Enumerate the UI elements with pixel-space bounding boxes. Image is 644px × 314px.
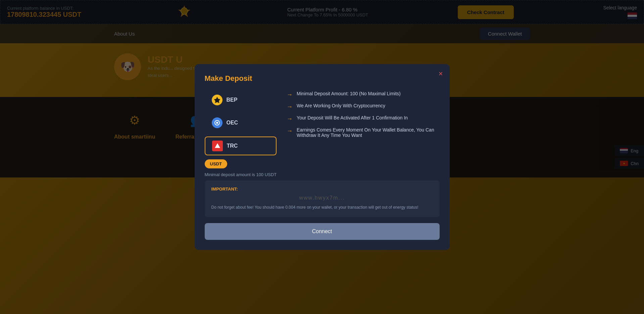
- modal-title: Make Deposit: [205, 74, 440, 83]
- make-deposit-modal: × Make Deposit BEP: [195, 64, 450, 250]
- trc-icon: [212, 141, 223, 151]
- info-row-2: → We Are Working Only With Cryptocurrenc…: [287, 103, 439, 110]
- trc-label: TRC: [227, 143, 238, 149]
- arrow-icon-1: →: [287, 91, 293, 98]
- info-text-3: Your Deposit Will Be Activated After 1 C…: [297, 115, 408, 120]
- network-options: BEP OEC: [205, 91, 277, 155]
- bep-label: BEP: [227, 97, 238, 103]
- svg-marker-7: [214, 97, 220, 103]
- svg-marker-10: [215, 143, 220, 148]
- oec-icon: [212, 117, 222, 128]
- svg-point-9: [216, 122, 218, 124]
- oec-network-btn[interactable]: OEC: [205, 114, 277, 132]
- arrow-icon-2: →: [287, 103, 293, 110]
- watermark-text: www.hwyx7m...: [211, 195, 433, 201]
- modal-body: BEP OEC: [205, 91, 440, 177]
- important-label: IMPORTANT:: [211, 187, 433, 192]
- trc-network-btn[interactable]: TRC: [205, 137, 277, 155]
- info-row-3: → Your Deposit Will Be Activated After 1…: [287, 115, 439, 122]
- bep-icon: [212, 95, 222, 105]
- oec-label: OEC: [227, 120, 238, 126]
- info-text-2: We Are Working Only With Cryptocurrency: [297, 103, 385, 108]
- bep-network-btn[interactable]: BEP: [205, 91, 277, 109]
- important-box: IMPORTANT: www.hwyx7m... Do not forget a…: [205, 180, 440, 217]
- network-left-section: BEP OEC: [205, 91, 277, 177]
- connect-button[interactable]: Connect: [205, 223, 440, 240]
- modal-overlay: × Make Deposit BEP: [0, 0, 644, 314]
- info-row-4: → Earnings Comes Every Moment On Your Wa…: [287, 127, 439, 138]
- usdt-currency-badge: USDT: [205, 159, 227, 168]
- info-text-4: Earnings Comes Every Moment On Your Wall…: [297, 127, 439, 138]
- important-text: Do not forget about fee! You should have…: [211, 204, 433, 211]
- info-section: → Minimal Deposit Amount: 100 (No Maxima…: [287, 91, 439, 177]
- currency-badge-area: USDT: [205, 161, 277, 167]
- info-text-1: Minimal Deposit Amount: 100 (No Maximal …: [297, 91, 401, 96]
- arrow-icon-3: →: [287, 115, 293, 122]
- info-row-1: → Minimal Deposit Amount: 100 (No Maxima…: [287, 91, 439, 98]
- arrow-icon-4: →: [287, 127, 293, 135]
- modal-close-button[interactable]: ×: [439, 69, 443, 78]
- min-deposit-note: Minimal deposit amount is 100 USDT: [205, 172, 277, 177]
